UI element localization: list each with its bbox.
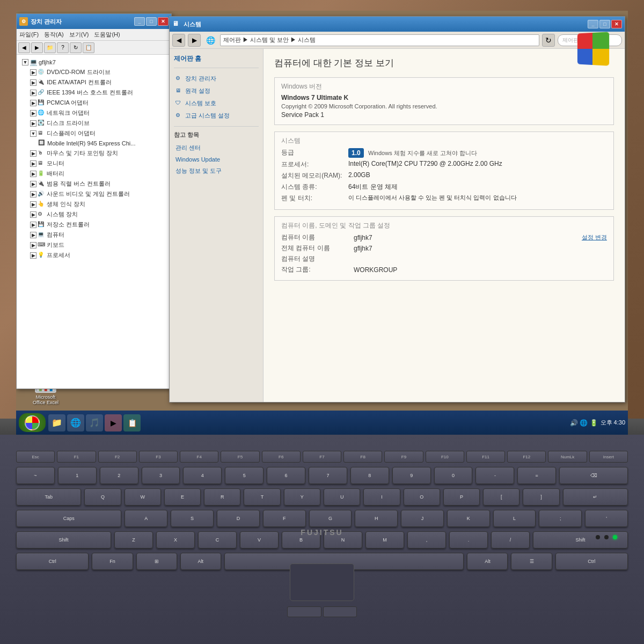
key-y[interactable]: Y <box>284 488 320 506</box>
properties-button[interactable]: 📋 <box>83 42 94 53</box>
sidebar-home[interactable]: 제어판 홈 <box>174 54 259 63</box>
taskbar-folder-icon[interactable]: 📁 <box>48 414 65 431</box>
tree-item-usb[interactable]: ▶ 🔌 범용 직렬 버스 컨트롤러 <box>19 179 169 189</box>
key-3[interactable]: 3 <box>142 467 180 484</box>
key-f7[interactable]: F7 <box>303 451 341 463</box>
change-settings-button[interactable]: 설정 변경 <box>582 233 607 241</box>
tree-item-sound[interactable]: ▶ 🔊 사운드 비디오 및 게임 컨트롤러 <box>19 189 169 199</box>
keyboard-expand[interactable]: ▶ <box>30 242 36 248</box>
key-h[interactable]: H <box>355 510 398 527</box>
key-insert[interactable]: Insert <box>589 451 628 463</box>
key-shift-right[interactable]: Shift <box>533 531 628 548</box>
key-l[interactable]: L <box>493 510 536 527</box>
tree-item-mouse[interactable]: ▶ 🖱 마우스 및 기타 포인팅 장치 <box>19 148 169 158</box>
sys-forward-button[interactable]: ▶ <box>188 34 201 47</box>
key-tab[interactable]: Tab <box>16 488 81 506</box>
sidebar-action-center[interactable]: 관리 센터 <box>174 142 259 154</box>
key-minus[interactable]: - <box>475 467 514 484</box>
close-button[interactable]: ✕ <box>158 17 169 26</box>
disk-expand[interactable]: ▶ <box>30 120 36 127</box>
start-button[interactable] <box>19 413 46 432</box>
key-fn[interactable]: Fn <box>92 553 133 570</box>
key-k[interactable]: K <box>447 510 490 527</box>
key-f9[interactable]: F9 <box>384 451 423 463</box>
key-f8[interactable]: F8 <box>343 451 382 463</box>
help-toolbar-button[interactable]: ? <box>57 42 69 53</box>
key-e[interactable]: E <box>164 488 201 506</box>
key-1[interactable]: 1 <box>58 467 97 484</box>
key-comma[interactable]: , <box>407 531 446 548</box>
minimize-button[interactable]: _ <box>134 17 145 26</box>
key-alt-left[interactable]: Alt <box>180 553 221 570</box>
system-expand[interactable]: ▶ <box>30 211 36 218</box>
pcmcia-expand[interactable]: ▶ <box>30 100 36 106</box>
taskbar-app2-icon[interactable]: 📋 <box>123 414 141 431</box>
key-9[interactable]: 9 <box>392 467 431 484</box>
key-f[interactable]: F <box>263 510 306 527</box>
root-expand[interactable]: ▼ <box>22 59 28 65</box>
sys-back-button[interactable]: ◀ <box>172 34 185 47</box>
taskbar[interactable]: 📁 🌐 🎵 ▶ 📋 🔊 🌐 🔋 오후 4:30 <box>16 411 628 435</box>
tree-item-ide[interactable]: ▶ 🔌 IDE ATA/ATAPI 컨트롤러 <box>19 77 169 87</box>
key-bracket-open[interactable]: [ <box>483 488 519 506</box>
tree-item-network[interactable]: ▶ 🌐 네트워크 어댑터 <box>19 108 169 118</box>
address-bar[interactable]: 제어판 ▶ 시스템 및 보안 ▶ 시스템 <box>220 34 539 46</box>
system-properties-window[interactable]: 🖥 시스템 _ □ ✕ ◀ ▶ 🌐 제어판 ▶ 시스템 및 보안 ▶ 시스템 ↻… <box>169 16 625 402</box>
key-g[interactable]: G <box>309 510 352 527</box>
key-j[interactable]: J <box>401 510 444 527</box>
key-f5[interactable]: F5 <box>221 451 259 463</box>
key-u[interactable]: U <box>324 488 360 506</box>
key-c[interactable]: C <box>198 531 237 548</box>
sidebar-advanced-settings[interactable]: ⚙ 고급 시스템 설정 <box>174 109 259 122</box>
key-period[interactable]: . <box>449 531 488 548</box>
key-semicolon[interactable]: ; <box>539 510 582 527</box>
key-s[interactable]: S <box>171 510 214 527</box>
tree-item-pcmcia[interactable]: ▶ 💾 PCMCIA 어댑터 <box>19 98 169 108</box>
sidebar-remote-settings[interactable]: 🖥 원격 설정 <box>174 85 259 97</box>
key-r[interactable]: R <box>204 488 240 506</box>
key-0[interactable]: 0 <box>434 467 473 484</box>
dvd-expand[interactable]: ▶ <box>30 69 36 76</box>
tree-item-keyboard[interactable]: ▶ ⌨ 키보드 <box>19 240 169 250</box>
menu-view[interactable]: 보기(V) <box>69 31 89 39</box>
taskbar-app1-icon[interactable]: ▶ <box>105 414 122 431</box>
back-button[interactable]: ◀ <box>18 42 30 53</box>
key-alt-right[interactable]: Alt <box>467 553 508 570</box>
monitor-expand[interactable]: ▶ <box>30 160 36 167</box>
tree-item-processor[interactable]: ▶ 💡 프로세서 <box>19 250 169 260</box>
key-w[interactable]: W <box>125 488 161 506</box>
tree-item-battery[interactable]: ▶ 🔋 배터리 <box>19 169 169 179</box>
menu-file[interactable]: 파일(F) <box>19 31 39 39</box>
processor-expand[interactable]: ▶ <box>30 252 36 259</box>
bio-expand[interactable]: ▶ <box>30 201 36 208</box>
sidebar-windows-update[interactable]: Windows Update <box>174 154 259 165</box>
key-o[interactable]: O <box>404 488 440 506</box>
key-2[interactable]: 2 <box>100 467 138 484</box>
key-4[interactable]: 4 <box>183 467 222 484</box>
tree-item-disk[interactable]: ▶ 💽 디스크 드라이브 <box>19 118 169 128</box>
sys-maximize-button[interactable]: □ <box>599 20 610 28</box>
key-t[interactable]: T <box>244 488 280 506</box>
key-f11[interactable]: F11 <box>466 451 505 463</box>
key-q[interactable]: Q <box>84 488 121 506</box>
storage-expand[interactable]: ▶ <box>30 222 36 228</box>
key-quote[interactable]: ' <box>585 510 628 527</box>
key-f4[interactable]: F4 <box>180 451 218 463</box>
sys-minimize-button[interactable]: _ <box>588 20 598 28</box>
tree-item-computer[interactable]: ▶ 💻 컴퓨터 <box>19 230 169 240</box>
display-expand[interactable]: ▼ <box>30 130 36 137</box>
folder-button[interactable]: 📁 <box>44 42 56 53</box>
key-p[interactable]: P <box>443 488 480 506</box>
key-i[interactable]: I <box>363 488 400 506</box>
mouse-expand[interactable]: ▶ <box>30 150 36 157</box>
menu-help[interactable]: 도움말(H) <box>94 31 120 39</box>
key-equals[interactable]: = <box>517 467 556 484</box>
tree-item-dvd[interactable]: ▶ 💿 DVD/CD-ROM 드라이브 <box>19 67 169 77</box>
rating-badge[interactable]: 1.0 <box>348 148 364 158</box>
key-context[interactable]: ☰ <box>511 553 552 570</box>
key-windows[interactable]: ⊞ <box>136 553 177 570</box>
sys-close-button[interactable]: ✕ <box>611 20 622 28</box>
tree-item-ieee[interactable]: ▶ 🔗 IEEE 1394 버스 호스트 컨트롤러 <box>19 87 169 98</box>
key-d[interactable]: D <box>217 510 260 527</box>
menu-action[interactable]: 동작(A) <box>44 31 64 39</box>
